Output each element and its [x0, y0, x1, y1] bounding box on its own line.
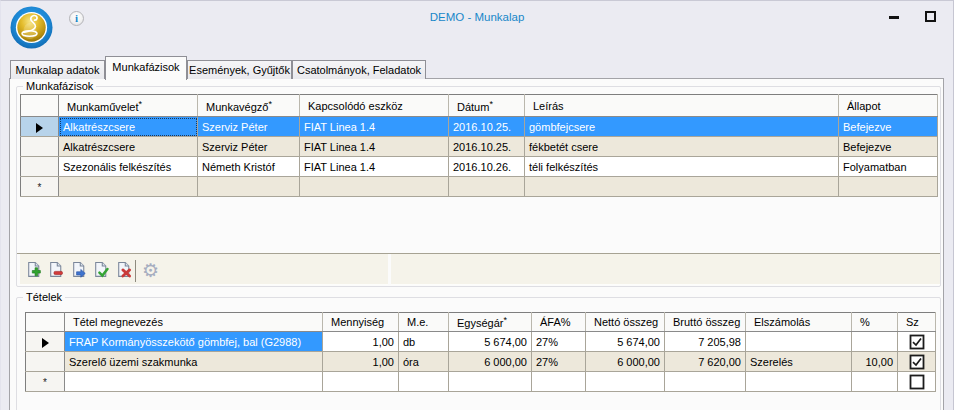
items-cell[interactable]: [746, 332, 852, 352]
phases-row-1[interactable]: AlkatrészcsereSzerviz PéterFIAT Linea 1.…: [21, 117, 938, 137]
phases-cell[interactable]: 2016.10.25.: [449, 117, 525, 137]
column-header--[interactable]: %: [852, 313, 898, 332]
column-header-egys-g-r[interactable]: Egységár*: [449, 313, 532, 332]
checkbox-unchecked-icon[interactable]: [909, 374, 925, 390]
phases-cell[interactable]: FIAT Linea 1.4: [300, 157, 449, 177]
phases-cell[interactable]: FIAT Linea 1.4: [300, 117, 449, 137]
tab-2[interactable]: Munkafázisok: [105, 56, 187, 80]
items-empty-cell[interactable]: [449, 372, 532, 392]
column-header-m-e-[interactable]: M.e.: [399, 313, 449, 332]
items-empty-cell[interactable]: [532, 372, 586, 392]
checkbox-checked-icon[interactable]: [909, 334, 925, 350]
items-cell[interactable]: 6 000,00: [586, 352, 665, 372]
items-row-2[interactable]: Szerelő üzemi szakmunka1,00óra6 000,0027…: [26, 352, 936, 372]
phases-cell[interactable]: téli felkészítés: [525, 157, 839, 177]
phases-empty-cell[interactable]: [198, 177, 300, 197]
items-cell[interactable]: 27%: [532, 352, 586, 372]
column-header--fa-[interactable]: ÁFA%: [532, 313, 586, 332]
phases-cell[interactable]: 2016.10.26.: [449, 157, 525, 177]
phases-row-2[interactable]: AlkatrészcsereSzerviz PéterFIAT Linea 1.…: [21, 137, 938, 157]
items-empty-cell[interactable]: [586, 372, 665, 392]
cancel-row-button[interactable]: [114, 261, 133, 281]
items-checkbox-cell[interactable]: [898, 332, 936, 352]
phases-empty-cell[interactable]: [839, 177, 938, 197]
phases-cell[interactable]: 2016.10.25.: [449, 137, 525, 157]
phases-empty-cell[interactable]: [525, 177, 839, 197]
phases-cell[interactable]: fékbetét csere: [525, 137, 839, 157]
items-cell[interactable]: FRAP Kormányösszekötő gömbfej, bal (G298…: [65, 332, 323, 352]
items-empty-cell[interactable]: [746, 372, 852, 392]
phases-cell[interactable]: Folyamatban: [839, 157, 938, 177]
column-header-mennyis-g[interactable]: Mennyiség: [323, 313, 399, 332]
phases-empty-cell[interactable]: [59, 177, 198, 197]
items-cell[interactable]: 7 620,00: [665, 352, 746, 372]
items-cell[interactable]: 5 674,00: [449, 332, 532, 352]
column-header-nett-sszeg[interactable]: Nettó összeg: [586, 313, 665, 332]
delete-row-button[interactable]: [47, 261, 66, 281]
phases-row-3[interactable]: Szezonális felkészítésNémeth KristófFIAT…: [21, 157, 938, 177]
phases-cell[interactable]: FIAT Linea 1.4: [300, 137, 449, 157]
items-empty-cell[interactable]: [665, 372, 746, 392]
phases-empty-cell[interactable]: [300, 177, 449, 197]
items-empty-cell[interactable]: [898, 372, 936, 392]
row-selector[interactable]: [26, 352, 65, 372]
items-empty-cell[interactable]: [65, 372, 323, 392]
row-selector-header[interactable]: [26, 313, 65, 332]
column-header-d-tum[interactable]: Dátum*: [449, 95, 525, 117]
column-header-t-tel-megnevez-s[interactable]: Tétel megnevezés: [65, 313, 323, 332]
tab-1[interactable]: Munkalap adatok: [10, 60, 105, 79]
tab-3[interactable]: Események, Gyűjtők: [187, 60, 292, 79]
minimize-button[interactable]: [889, 16, 899, 19]
phases-cell[interactable]: Befejezve: [839, 137, 938, 157]
phases-cell[interactable]: Szerviz Péter: [198, 117, 300, 137]
phases-new-row[interactable]: *: [21, 177, 938, 197]
column-header-munkam-velet[interactable]: Munkaművelet*: [59, 95, 198, 117]
items-new-row[interactable]: *: [26, 372, 936, 392]
phases-cell[interactable]: Németh Kristóf: [198, 157, 300, 177]
column-header-munkav-gz-[interactable]: Munkavégző*: [198, 95, 300, 117]
items-cell[interactable]: óra: [399, 352, 449, 372]
column-header-kapcsol-d-eszk-z[interactable]: Kapcsolódó eszköz: [300, 95, 449, 117]
phases-cell[interactable]: Alkatrészcsere: [59, 117, 198, 137]
row-selector-new[interactable]: *: [26, 372, 65, 392]
add-row-button[interactable]: [24, 261, 43, 281]
items-empty-cell[interactable]: [323, 372, 399, 392]
maximize-button[interactable]: [925, 11, 936, 22]
row-selector-new[interactable]: *: [21, 177, 59, 197]
phases-cell[interactable]: gömbfejcsere: [525, 117, 839, 137]
row-selector-current[interactable]: [26, 332, 65, 352]
items-cell[interactable]: db: [399, 332, 449, 352]
settings-button[interactable]: ⚙: [141, 260, 160, 280]
items-table[interactable]: Tétel megnevezésMennyiségM.e.Egységár*ÁF…: [25, 312, 936, 392]
phases-empty-cell[interactable]: [449, 177, 525, 197]
items-cell[interactable]: 1,00: [323, 352, 399, 372]
tab-4[interactable]: Csatolmányok, Feladatok: [292, 60, 426, 79]
phases-cell[interactable]: Szerviz Péter: [198, 137, 300, 157]
phases-cell[interactable]: Alkatrészcsere: [59, 137, 198, 157]
phases-table[interactable]: Munkaművelet*Munkavégző*Kapcsolódó eszkö…: [20, 94, 938, 197]
column-header-elsz-mol-s[interactable]: Elszámolás: [746, 313, 852, 332]
row-selector[interactable]: [21, 157, 59, 177]
items-cell[interactable]: 5 674,00: [586, 332, 665, 352]
items-row-1[interactable]: FRAP Kormányösszekötő gömbfej, bal (G298…: [26, 332, 936, 352]
items-cell[interactable]: 10,00: [852, 352, 898, 372]
forward-row-button[interactable]: [69, 261, 88, 281]
column-header-sz[interactable]: Sz: [898, 313, 936, 332]
row-selector-header[interactable]: [21, 95, 59, 117]
column-header--llapot[interactable]: Állapot: [839, 95, 938, 117]
accept-row-button[interactable]: [92, 261, 111, 281]
column-header-le-r-s[interactable]: Leírás: [525, 95, 839, 117]
items-cell[interactable]: [852, 332, 898, 352]
phases-cell[interactable]: Befejezve: [839, 117, 938, 137]
items-cell[interactable]: 1,00: [323, 332, 399, 352]
items-cell[interactable]: Szerelő üzemi szakmunka: [65, 352, 323, 372]
phases-cell[interactable]: Szezonális felkészítés: [59, 157, 198, 177]
row-selector[interactable]: [21, 137, 59, 157]
items-checkbox-cell[interactable]: [898, 352, 936, 372]
checkbox-checked-icon[interactable]: [909, 354, 925, 370]
items-empty-cell[interactable]: [399, 372, 449, 392]
items-empty-cell[interactable]: [852, 372, 898, 392]
column-header-brutt-sszeg[interactable]: Bruttó összeg: [665, 313, 746, 332]
row-selector-current[interactable]: [21, 117, 59, 137]
items-cell[interactable]: Szerelés: [746, 352, 852, 372]
